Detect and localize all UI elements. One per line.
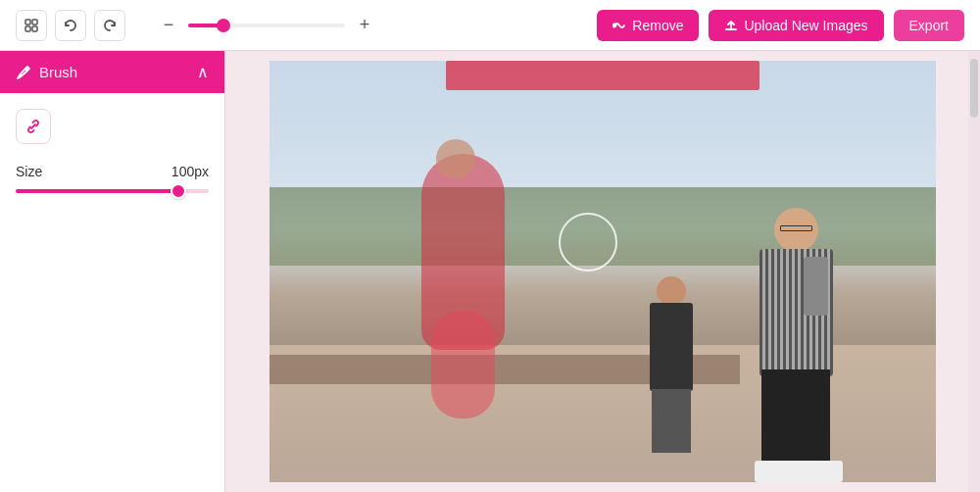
export-button[interactable]: Export [894,10,964,41]
figure-middle [642,276,701,453]
zoom-slider-fill [188,24,220,27]
photo-background [270,61,936,482]
remove-label: Remove [632,18,683,33]
left-panel: Brush ∧ Size 100px [0,51,225,492]
size-slider-fill [16,189,174,193]
size-value: 100px [172,164,209,179]
figure-right [740,208,858,482]
redo-button[interactable] [94,10,125,41]
upload-label: Upload New Images [744,18,867,33]
svg-rect-2 [25,26,30,31]
upload-button[interactable]: Upload New Images [709,10,883,41]
toolbar: − + Remove Upload New Images Export [0,0,980,51]
zoom-out-button[interactable]: − [157,14,180,37]
figure-middle-legs [652,389,691,453]
link-icon [25,119,41,134]
svg-rect-1 [32,20,37,25]
brush-panel-header[interactable]: Brush ∧ [0,51,224,93]
image-container [270,61,936,482]
toolbar-left: − + [16,10,376,41]
figure-right-head [774,208,818,252]
svg-point-4 [613,24,616,26]
figure-middle-head [657,276,686,306]
undo-button[interactable] [55,10,86,41]
svg-rect-3 [32,26,37,31]
zoom-control: − + [157,14,376,37]
brush-title: Brush [39,64,77,80]
main-area: Brush ∧ Size 100px [0,51,980,492]
fit-button[interactable] [16,10,47,41]
brush-icon [16,65,31,80]
figure-right-shoes [755,461,843,482]
svg-rect-0 [25,20,30,25]
person-left-lower-overlay [431,311,495,418]
size-slider[interactable] [16,189,209,193]
zoom-slider[interactable] [188,24,345,27]
zoom-slider-thumb[interactable] [217,19,230,32]
size-label: Size [16,164,42,179]
export-label: Export [909,18,949,33]
brush-link-button[interactable] [16,109,51,144]
backpack [804,257,828,316]
size-slider-thumb[interactable] [171,183,186,199]
brush-collapse-icon[interactable]: ∧ [197,63,209,81]
scrollbar[interactable] [968,51,980,492]
remove-button[interactable]: Remove [597,10,699,41]
figure-middle-body [650,303,693,391]
brush-header-left: Brush [16,64,77,80]
scrollbar-thumb[interactable] [970,59,978,118]
brush-body: Size 100px [0,93,224,209]
toolbar-right: Remove Upload New Images Export [597,10,964,41]
zoom-in-button[interactable]: + [353,14,376,37]
red-selection-top [446,61,760,90]
canvas-area[interactable] [225,51,980,492]
size-row: Size 100px [16,164,209,179]
person-left-head [436,139,475,178]
